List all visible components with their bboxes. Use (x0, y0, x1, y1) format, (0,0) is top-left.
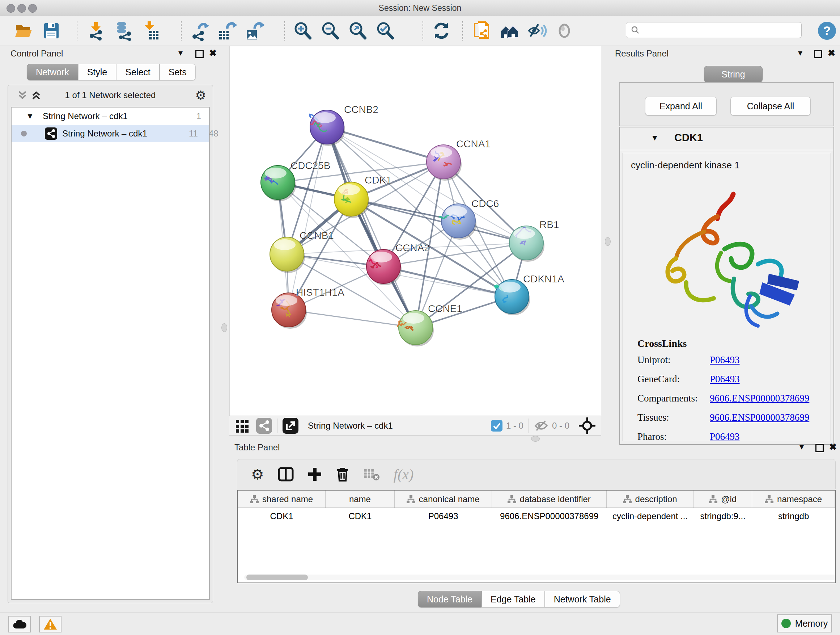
network-edge-count: 48 (209, 128, 218, 139)
crosslink-link[interactable]: 9606.ENSP00000378699 (710, 393, 809, 404)
column-header-database-identifier[interactable]: database identifier (492, 491, 607, 508)
network-edge-CCNE1-HIST1H1A[interactable] (289, 310, 416, 328)
table-row[interactable]: CDK1CDK1P064939606.ENSP00000378699cyclin… (238, 508, 835, 524)
network-node-HIST1H1A[interactable]: HIST1H1A (272, 287, 344, 329)
results-panel-close-icon[interactable]: ✖ (828, 48, 835, 58)
hide-selection-icon[interactable] (526, 20, 547, 41)
table-horizontal-scrollbar[interactable] (244, 575, 836, 580)
import-network-file-icon[interactable] (86, 20, 107, 41)
birdseye-crosshair-icon[interactable] (579, 417, 595, 434)
control-panel-float-icon[interactable] (195, 50, 204, 58)
warning-status-button[interactable] (39, 616, 62, 632)
cell-description[interactable]: cyclin-dependent ... (607, 508, 693, 524)
column-header-description[interactable]: description (607, 491, 693, 508)
cell-name[interactable]: CDK1 (325, 508, 395, 524)
network-node-CDK1[interactable]: CDK1 (334, 174, 392, 218)
export-image-icon[interactable] (244, 20, 265, 41)
crosslink-link[interactable]: P06493 (710, 355, 740, 366)
results-panel-menu-icon[interactable]: ▾ (798, 48, 802, 58)
collection-count: 1 (196, 111, 201, 121)
network-node-CCNA1[interactable]: CCNA1 (426, 138, 491, 181)
tab-string[interactable]: String (704, 66, 763, 82)
network-edge-CDK1-RB1[interactable] (351, 199, 526, 243)
network-edge-CCNB2-HIST1H1A[interactable] (289, 127, 327, 310)
collection-expand-icon[interactable]: ▼ (26, 111, 34, 121)
zoom-fit-icon[interactable] (347, 20, 369, 41)
search-icon (630, 25, 640, 35)
refresh-icon[interactable] (431, 20, 452, 41)
show-selection-icon[interactable] (554, 20, 575, 41)
tab-style[interactable]: Style (78, 64, 117, 80)
collapse-all-button[interactable]: Collapse All (730, 97, 811, 116)
cell-@id[interactable]: stringdb:9... (693, 508, 752, 524)
results-panel-float-icon[interactable] (814, 50, 822, 58)
network-node-RB1[interactable]: RB1 (509, 219, 559, 262)
column-header-name[interactable]: name (325, 491, 395, 508)
network-node-CCNB1[interactable]: CCNB1 (270, 230, 334, 273)
network-canvas[interactable]: CCNB2CCNA1CDC25BCDK1CDC6RB1CCNB1CCNA2CDK… (229, 46, 601, 416)
save-session-icon[interactable] (41, 20, 62, 41)
protein-section: ▼ CDK1 cyclin-dependent kinase 1 (619, 127, 834, 445)
crosslink-link[interactable]: P06493 (710, 374, 740, 385)
zoom-out-icon[interactable] (320, 20, 341, 41)
tab-network-table[interactable]: Network Table (545, 591, 620, 608)
left-splitter-handle[interactable] (221, 323, 227, 332)
export-network-icon[interactable] (189, 20, 210, 41)
import-table-icon[interactable] (141, 20, 162, 41)
protein-section-header[interactable]: ▼ CDK1 (620, 127, 834, 150)
search-field[interactable] (626, 22, 802, 38)
column-header-namespace[interactable]: namespace (752, 491, 835, 508)
search-input[interactable] (640, 25, 793, 35)
zoom-in-icon[interactable] (293, 20, 314, 41)
control-panel-close-icon[interactable]: ✖ (209, 48, 217, 58)
right-splitter-handle[interactable] (605, 237, 611, 246)
tab-edge-table[interactable]: Edge Table (482, 591, 545, 608)
expand-all-button[interactable]: Expand All (645, 97, 717, 116)
tab-network[interactable]: Network (27, 64, 78, 80)
shared-column-icon (407, 495, 415, 503)
column-header-canonical-name[interactable]: canonical name (395, 491, 492, 508)
network-tab-content: 1 of 1 Network selected ⚙ ▼ String Netwo… (8, 85, 213, 603)
column-header-@id[interactable]: @id (693, 491, 752, 508)
cell-namespace[interactable]: stringdb (752, 508, 835, 524)
share-document-icon[interactable] (471, 20, 493, 41)
table-panel-close-icon[interactable]: ✖ (829, 442, 837, 452)
table-panel-menu-icon[interactable]: ▾ (799, 442, 804, 452)
selected-checkbox-icon[interactable] (491, 420, 502, 432)
add-column-icon[interactable] (308, 467, 322, 481)
node-label-CCNB2: CCNB2 (344, 104, 378, 115)
network-share-icon[interactable] (256, 418, 272, 434)
tab-select[interactable]: Select (116, 64, 159, 80)
cell-database-identifier[interactable]: 9606.ENSP00000378699 (492, 508, 607, 524)
svg-text:?: ? (823, 24, 831, 37)
table-panel-float-icon[interactable] (815, 444, 824, 452)
network-options-gear-icon[interactable]: ⚙ (195, 88, 206, 103)
column-header-shared-name[interactable]: shared name (238, 491, 325, 508)
cloud-status-button[interactable] (8, 616, 31, 632)
crosslink-link[interactable]: 9606.ENSP00000378699 (710, 412, 809, 423)
network-node-CDKN1A[interactable]: CDKN1A (495, 273, 564, 315)
delete-column-icon[interactable] (336, 467, 349, 482)
open-session-icon[interactable] (13, 20, 34, 41)
node-table[interactable]: shared namenamecanonical namedatabase id… (237, 490, 836, 583)
network-edge-CCNA2-CDKN1A[interactable] (384, 266, 512, 296)
zoom-selected-icon[interactable] (375, 20, 396, 41)
help-icon[interactable]: ? (816, 20, 837, 41)
detach-view-icon[interactable] (283, 418, 298, 434)
cell-shared-name[interactable]: CDK1 (238, 508, 325, 524)
import-network-database-icon[interactable] (113, 20, 134, 41)
network-row[interactable]: String Network – cdk1 11 48 (11, 125, 209, 142)
show-columns-icon[interactable] (278, 467, 294, 481)
tab-sets[interactable]: Sets (159, 64, 196, 80)
memory-button[interactable]: Memory (777, 614, 832, 632)
home-icon[interactable] (499, 20, 520, 41)
scrollbar-thumb[interactable] (246, 575, 308, 580)
network-collection-row[interactable]: ▼ String Network – cdk1 1 (11, 108, 209, 125)
grid-view-icon[interactable] (235, 418, 249, 433)
table-options-gear-icon[interactable]: ⚙ (251, 466, 264, 483)
protein-collapse-icon[interactable]: ▼ (651, 133, 659, 143)
tab-node-table[interactable]: Node Table (418, 591, 482, 608)
export-table-icon[interactable] (217, 20, 238, 41)
control-panel-menu-icon[interactable]: ▾ (178, 48, 183, 58)
cell-canonical-name[interactable]: P06493 (395, 508, 492, 524)
